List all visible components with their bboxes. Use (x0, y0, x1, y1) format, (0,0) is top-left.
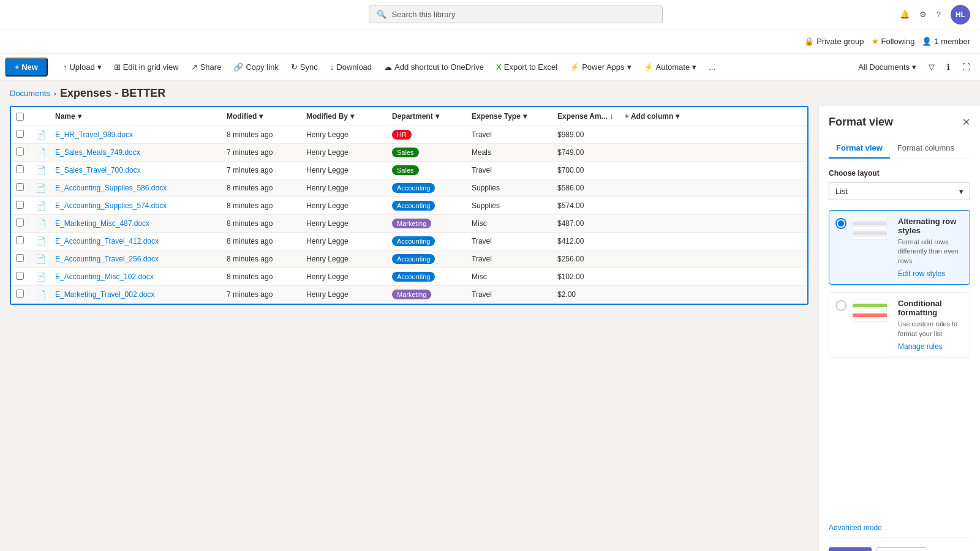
shortcut-button[interactable]: ☁ Add shortcut to OneDrive (379, 59, 489, 75)
table-row[interactable]: 📄 E_Sales_Meals_749.docx 7 minutes ago H… (11, 144, 807, 162)
new-button[interactable]: + New (5, 58, 48, 77)
row-checkbox[interactable] (11, 130, 31, 140)
row-department: Marketing (387, 219, 467, 228)
row-modified-by: Henry Legge (301, 166, 387, 174)
header-modified[interactable]: Modified ▾ (222, 112, 301, 121)
alternating-preview (853, 217, 892, 240)
chevron-down-icon: ▾ (692, 62, 696, 72)
filter-icon: ▽ (929, 62, 935, 72)
row-checkbox[interactable] (11, 148, 31, 157)
main-content: Name ▾ Modified ▾ Modified By ▾ Departme… (0, 106, 980, 551)
filter-button[interactable]: ▽ (924, 59, 940, 75)
more-button[interactable]: ... (704, 59, 720, 75)
radio-conditional[interactable] (835, 300, 846, 311)
edit-grid-button[interactable]: ⊞ Edit in grid view (109, 59, 184, 75)
star-icon: ★ (872, 37, 879, 46)
row-name[interactable]: E_Sales_Meals_749.docx (50, 148, 222, 157)
notifications-icon[interactable]: 🔔 (900, 10, 910, 19)
row-checkbox[interactable] (11, 219, 31, 228)
table-row[interactable]: 📄 E_Accounting_Misc_102.docx 8 minutes a… (11, 268, 807, 286)
upload-button[interactable]: ↑ Upload ▾ (58, 59, 107, 75)
sort-icon: ▾ (523, 112, 527, 121)
view-options: All Documents ▾ ▽ ℹ ⛶ (853, 59, 975, 75)
conditional-formatting-option[interactable]: Conditional formatting Use custom rules … (829, 292, 970, 358)
edit-row-styles-link[interactable]: Edit row styles (898, 269, 963, 278)
row-checkbox[interactable] (11, 272, 31, 282)
breadcrumb-parent[interactable]: Documents (10, 89, 50, 98)
header-department[interactable]: Department ▾ (387, 112, 467, 121)
avatar[interactable]: HL (951, 5, 970, 24)
settings-icon[interactable]: ⚙ (919, 10, 927, 19)
row-checkbox[interactable] (11, 236, 31, 246)
table-row[interactable]: 📄 E_Accounting_Travel_256.docx 8 minutes… (11, 250, 807, 268)
row-expense-type: Travel (467, 130, 552, 139)
table-row[interactable]: 📄 E_Marketing_Misc_487.docx 8 minutes ag… (11, 215, 807, 233)
row-name[interactable]: E_Sales_Travel_700.docx (50, 166, 222, 174)
members[interactable]: 👤 1 member (922, 37, 970, 46)
powerapps-button[interactable]: ⚡ Power Apps ▾ (565, 59, 636, 75)
alternating-row-option[interactable]: Alternating row styles Format odd rows d… (829, 210, 970, 285)
header-add-column[interactable]: + Add column ▾ (620, 112, 693, 121)
following-button[interactable]: ★ Following (872, 37, 915, 46)
person-icon: 👤 (922, 37, 932, 46)
download-button[interactable]: ↓ Download (325, 59, 377, 75)
command-bar: + New ↑ Upload ▾ ⊞ Edit in grid view ↗ S… (0, 54, 980, 81)
document-list: Name ▾ Modified ▾ Modified By ▾ Departme… (0, 106, 818, 551)
panel-footer: Save Cancel (829, 537, 970, 551)
layout-value: List (835, 187, 848, 196)
select-all-checkbox[interactable] (16, 113, 24, 121)
advanced-mode-link[interactable]: Advanced mode (829, 514, 970, 532)
table-row[interactable]: 📄 E_Sales_Travel_700.docx 7 minutes ago … (11, 162, 807, 179)
header-expense-type[interactable]: Expense Type ▾ (467, 112, 552, 121)
alternating-title: Alternating row styles (898, 217, 963, 235)
radio-alternating[interactable] (835, 218, 846, 229)
sync-button[interactable]: ↻ Sync (286, 59, 323, 75)
table-row[interactable]: 📄 E_Accounting_Supplies_586.docx 8 minut… (11, 179, 807, 197)
header-expense-amount[interactable]: Expense Am... ↓ (552, 112, 620, 121)
row-checkbox[interactable] (11, 165, 31, 175)
table-row[interactable]: 📄 E_Accounting_Travel_412.docx 8 minutes… (11, 233, 807, 250)
fullscreen-button[interactable]: ⛶ (957, 59, 975, 75)
automate-button[interactable]: ⚡ Automate ▾ (639, 59, 702, 75)
file-icon: 📄 (31, 236, 50, 246)
search-box[interactable]: 🔍 Search this library (369, 6, 663, 23)
header-modified-by[interactable]: Modified By ▾ (301, 112, 387, 121)
export-excel-button[interactable]: X Export to Excel (491, 59, 562, 75)
row-checkbox[interactable] (11, 290, 31, 299)
save-button[interactable]: Save (829, 547, 872, 551)
table-row[interactable]: 📄 E_Accounting_Supplies_574.docx 8 minut… (11, 197, 807, 215)
row-name[interactable]: E_Accounting_Travel_412.docx (50, 237, 222, 246)
close-panel-button[interactable]: ✕ (962, 116, 970, 128)
row-checkbox[interactable] (11, 201, 31, 211)
cancel-button[interactable]: Cancel (876, 547, 927, 551)
table-row[interactable]: 📄 E_HR_Travel_989.docx 8 minutes ago Hen… (11, 126, 807, 144)
row-name[interactable]: E_Accounting_Travel_256.docx (50, 255, 222, 263)
table-row[interactable]: 📄 E_Marketing_Travel_002.docx 7 minutes … (11, 286, 807, 304)
copy-link-button[interactable]: 🔗 Copy link (228, 59, 283, 75)
layout-dropdown[interactable]: List ▾ (829, 182, 970, 200)
tab-format-view[interactable]: Format view (829, 138, 890, 159)
row-name[interactable]: E_Accounting_Supplies_574.docx (50, 201, 222, 210)
row-name[interactable]: E_Accounting_Misc_102.docx (50, 272, 222, 281)
manage-rules-link[interactable]: Manage rules (898, 342, 963, 351)
header-name[interactable]: Name ▾ (50, 112, 222, 121)
share-button[interactable]: ↗ Share (186, 59, 227, 75)
row-modified: 8 minutes ago (222, 201, 301, 210)
help-icon[interactable]: ? (937, 10, 941, 19)
row-department: Marketing (387, 290, 467, 299)
header-checkbox[interactable] (11, 113, 31, 121)
row-checkbox[interactable] (11, 183, 31, 193)
tab-format-columns[interactable]: Format columns (890, 138, 962, 159)
row-name[interactable]: E_Marketing_Misc_487.docx (50, 219, 222, 228)
breadcrumb: Documents › Expenses - BETTER (0, 81, 980, 106)
row-name[interactable]: E_HR_Travel_989.docx (50, 130, 222, 139)
row-name[interactable]: E_Accounting_Supplies_586.docx (50, 184, 222, 192)
info-button[interactable]: ℹ (942, 59, 955, 75)
table-header: Name ▾ Modified ▾ Modified By ▾ Departme… (11, 107, 807, 126)
conditional-desc: Use custom rules to format your list (898, 320, 963, 339)
row-checkbox[interactable] (11, 254, 31, 264)
page-title: Expenses - BETTER (60, 87, 165, 100)
row-name[interactable]: E_Marketing_Travel_002.docx (50, 290, 222, 299)
panel-tabs: Format view Format columns (829, 138, 970, 159)
all-documents-button[interactable]: All Documents ▾ (853, 59, 921, 75)
